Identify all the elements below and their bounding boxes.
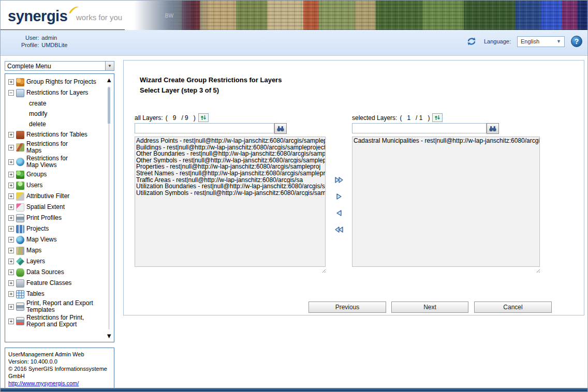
expand-toggle-icon[interactable]: + xyxy=(8,79,14,85)
list-item[interactable]: Address Points - rest|null@http://w-lap-… xyxy=(136,138,325,144)
resize-grip-icon[interactable] xyxy=(535,268,540,273)
sidebar-item-label: Print Profiles xyxy=(26,215,62,221)
sidebar-item-data-sources[interactable]: +Data Sources xyxy=(7,267,104,278)
all-layers-caption: all Layers: xyxy=(135,114,163,122)
sidebar-item-label: Map Views xyxy=(26,236,56,243)
move-left-button[interactable] xyxy=(333,207,345,218)
map-watermark: BW xyxy=(165,13,173,19)
expand-toggle-icon[interactable]: + xyxy=(8,248,14,253)
move-all-left-button[interactable] xyxy=(333,224,345,235)
list-item[interactable]: Utilization Symbols - rest|null@http://w… xyxy=(136,190,325,197)
all-layers-search-input[interactable] xyxy=(135,123,274,133)
sidebar-item-projects[interactable]: +Projects xyxy=(7,223,104,234)
move-all-right-button[interactable] xyxy=(333,174,345,185)
refresh-icon[interactable] xyxy=(465,36,478,47)
expand-toggle-icon[interactable]: + xyxy=(8,145,14,150)
expand-toggle-icon[interactable]: + xyxy=(8,259,14,264)
list-item[interactable]: Cadastral Municipalities - rest|null@htt… xyxy=(354,138,539,144)
list-item[interactable]: Buildings - rest|null@http://w-lap-jansc… xyxy=(136,144,325,151)
collapse-toggle-icon[interactable]: − xyxy=(8,90,14,96)
chevron-down-icon[interactable]: ▼ xyxy=(105,62,114,70)
sidebar-item-restrictions-for-map-views[interactable]: +Restrictions for Map Views xyxy=(7,155,104,169)
chevron-down-icon: ▼ xyxy=(556,39,561,44)
expand-toggle-icon[interactable]: + xyxy=(8,291,14,297)
sidebar-item-users[interactable]: +Users xyxy=(7,180,104,191)
previous-button[interactable]: Previous xyxy=(308,301,386,313)
sidebar-item-label: Tables xyxy=(26,291,45,297)
sidebar-item-feature-classes[interactable]: +Feature Classes xyxy=(7,278,104,289)
cancel-button[interactable]: Cancel xyxy=(474,301,552,313)
list-item[interactable]: Street Names - rest|null@http://w-lap-ja… xyxy=(136,170,325,177)
scrollbar-thumb[interactable] xyxy=(108,87,110,124)
expand-toggle-icon[interactable]: + xyxy=(8,269,14,275)
sidebar-item-print-profiles[interactable]: +Print Profiles xyxy=(7,213,104,223)
expand-toggle-icon[interactable]: + xyxy=(8,183,14,188)
expand-toggle-icon[interactable]: + xyxy=(8,159,14,165)
sidebar-item-restrictions-for-maps[interactable]: +Restrictions for Maps xyxy=(7,140,104,155)
wizard-title: Wizard Create Group Restrictions for Lay… xyxy=(140,76,282,84)
data-sources-icon xyxy=(16,268,24,277)
sidebar-item-label: Projects xyxy=(26,225,49,232)
sidebar-item-attributive-filter[interactable]: +Attributive Filter xyxy=(7,191,104,202)
binoculars-search-icon[interactable] xyxy=(274,123,287,134)
sidebar-item-map-views[interactable]: +Map Views xyxy=(7,234,104,245)
sidebar-item-label: Feature Classes xyxy=(26,280,71,287)
scroll-up-icon[interactable]: ▲ xyxy=(106,77,112,83)
menu-mode-select[interactable]: Complete Menu ▼ xyxy=(5,61,114,71)
list-item[interactable]: Other Symbols - rest|null@http://w-lap-j… xyxy=(136,157,325,164)
sidebar-item-create[interactable]: create xyxy=(7,98,104,109)
sidebar-item-restrictions-for-print-report-and-export[interactable]: +Restrictions for Print, Report and Expo… xyxy=(7,314,104,328)
list-item[interactable]: Properties - rest|null@http://w-lap-jans… xyxy=(136,163,325,170)
sidebar-item-restrictions-for-layers[interactable]: −Restrictions for Layers xyxy=(7,87,104,98)
sidebar-item-modify[interactable]: modify xyxy=(7,109,104,119)
binoculars-search-icon[interactable] xyxy=(487,123,499,134)
refresh-list-icon[interactable] xyxy=(432,113,443,122)
list-item[interactable]: Other Boundaries - rest|null@http://w-la… xyxy=(136,150,325,157)
expand-toggle-icon[interactable]: + xyxy=(8,132,14,138)
expand-toggle-icon[interactable]: + xyxy=(8,204,14,210)
list-item[interactable]: Utilization Boundaries - rest|null@http:… xyxy=(136,183,325,190)
expand-toggle-icon[interactable]: + xyxy=(8,172,14,177)
tables-icon xyxy=(16,290,24,298)
sidebar-item-print-report-and-export-templates[interactable]: +Print, Report and Export Templates xyxy=(7,299,104,314)
about-link[interactable]: http://www.mysynergis.com/ xyxy=(8,380,79,386)
sidebar-item-groups[interactable]: +Groups xyxy=(7,169,104,180)
projects-icon xyxy=(16,225,24,233)
sidebar-item-layers[interactable]: +Layers xyxy=(7,256,104,267)
move-right-button[interactable] xyxy=(333,191,345,202)
selected-layers-search-input[interactable] xyxy=(352,123,487,133)
language-select[interactable]: English ▼ xyxy=(517,36,565,47)
list-item[interactable]: Traffic Areas - rest|null@http://w-lap-j… xyxy=(136,177,325,184)
all-layers-total-value: 9 xyxy=(185,114,188,122)
sidebar-item-spatial-extent[interactable]: +Spatial Extent xyxy=(7,202,104,213)
resize-grip-icon[interactable] xyxy=(321,268,326,273)
expand-toggle-icon[interactable]: + xyxy=(8,304,14,310)
feature-classes-icon xyxy=(16,279,24,288)
logo-text: synergis xyxy=(8,8,67,24)
all-layers-count: (9/ 9) xyxy=(166,114,196,122)
sidebar-item-label: Layers xyxy=(26,258,45,265)
sidebar-item-maps[interactable]: +Maps xyxy=(7,245,104,256)
scroll-down-icon[interactable]: ▼ xyxy=(106,333,112,339)
sidebar-item-label: Users xyxy=(26,182,42,189)
all-layers-list[interactable]: Address Points - rest|null@http://w-lap-… xyxy=(135,137,326,267)
expand-toggle-icon[interactable]: + xyxy=(8,226,14,232)
sidebar-item-group-rights-for-projects[interactable]: +Group Rights for Projects xyxy=(7,77,104,87)
help-icon[interactable]: ? xyxy=(571,36,582,47)
expand-toggle-icon[interactable]: + xyxy=(8,193,14,199)
sidebar-item-label: Group Rights for Projects xyxy=(26,79,96,85)
sidebar-item-restrictions-for-tables[interactable]: +Restrictions for Tables xyxy=(7,129,104,140)
expand-toggle-icon[interactable]: + xyxy=(8,280,14,286)
layers-icon xyxy=(16,258,24,266)
selected-layers-list[interactable]: Cadastral Municipalities - rest|null@htt… xyxy=(352,137,540,267)
refresh-list-icon[interactable] xyxy=(198,113,209,122)
sidebar-item-label: Restrictions for Layers xyxy=(26,89,88,96)
next-button[interactable]: Next xyxy=(391,301,468,313)
expand-toggle-icon[interactable]: + xyxy=(8,215,14,221)
expand-toggle-icon[interactable]: + xyxy=(8,237,14,243)
sidebar-tree-panel: +Group Rights for Projects−Restrictions … xyxy=(5,73,114,342)
sidebar-item-tables[interactable]: +Tables xyxy=(7,289,104,299)
expand-toggle-icon[interactable]: + xyxy=(8,319,14,324)
sidebar-item-delete[interactable]: delete xyxy=(7,119,104,129)
restrictions-for-maps-icon xyxy=(16,143,24,152)
